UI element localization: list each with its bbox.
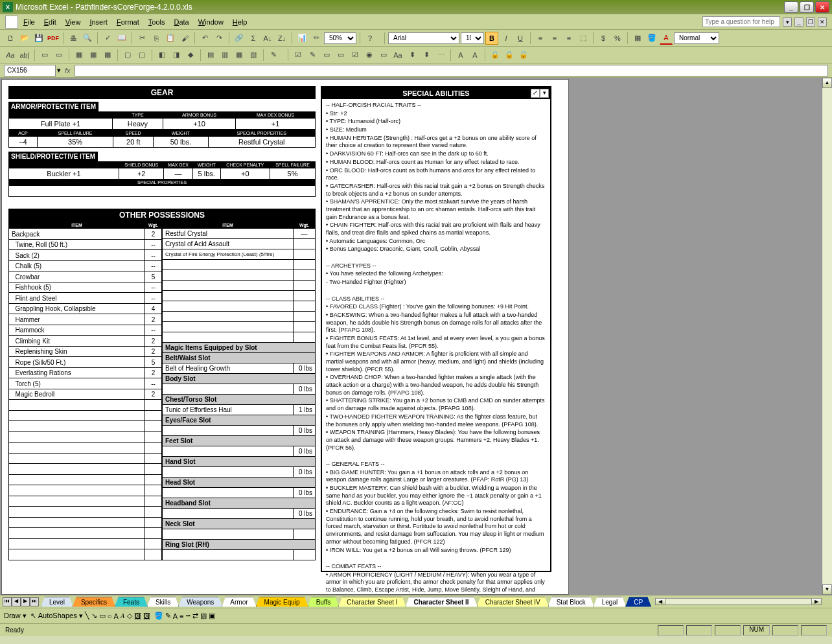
cb2-icon[interactable]: ☑: [349, 49, 362, 62]
percent-icon[interactable]: %: [611, 32, 624, 45]
radio-icon[interactable]: ◉: [363, 49, 376, 62]
grid2-icon[interactable]: ▦: [87, 49, 100, 62]
arrowstyle-icon[interactable]: ⇄: [192, 612, 198, 620]
group-icon[interactable]: ▭: [377, 49, 390, 62]
research-icon[interactable]: 📖: [115, 32, 128, 45]
open-icon[interactable]: 📂: [18, 32, 31, 45]
sheet-tab-level[interactable]: Level: [41, 597, 73, 607]
name-box[interactable]: [4, 65, 56, 76]
window2-icon[interactable]: ▭: [52, 49, 65, 62]
label-icon[interactable]: Aa: [391, 49, 404, 62]
grid3-icon[interactable]: ▦: [101, 49, 114, 62]
abilities-ctrl-1[interactable]: ⤢: [531, 89, 540, 98]
spell-icon[interactable]: ✓: [101, 32, 114, 45]
spin-icon[interactable]: ⬍: [420, 49, 433, 62]
form2-icon[interactable]: ▢: [135, 49, 148, 62]
tab-prev-icon[interactable]: ◀: [12, 597, 21, 606]
merge-icon[interactable]: ⬚: [577, 32, 590, 45]
misc7-icon[interactable]: ▧: [247, 49, 260, 62]
misc6-icon[interactable]: ▦: [233, 49, 246, 62]
rect-icon[interactable]: ▭: [99, 612, 106, 620]
linecolor-icon[interactable]: ✎: [165, 612, 171, 620]
sheet-tab-character-sheet-i[interactable]: Character Sheet I: [338, 597, 406, 607]
horizontal-scrollbar[interactable]: ◀ ▶: [655, 598, 822, 605]
hyperlink-icon[interactable]: 🔗: [233, 32, 246, 45]
menu-format[interactable]: Format: [117, 18, 139, 26]
italic-button[interactable]: I: [500, 32, 513, 45]
chart-icon[interactable]: 📊: [295, 32, 308, 45]
misc5-icon[interactable]: ▥: [218, 49, 231, 62]
menu-window[interactable]: Window: [198, 18, 224, 26]
drawing-icon[interactable]: ✏: [310, 32, 323, 45]
abilities-ctrl-2[interactable]: ▾: [540, 89, 549, 98]
maximize-button[interactable]: ❐: [800, 1, 814, 13]
3d-icon[interactable]: ▣: [209, 612, 215, 620]
menu-edit[interactable]: Edit: [44, 18, 56, 26]
menu-data[interactable]: Data: [174, 18, 189, 26]
sheet-tab-weapons[interactable]: Weapons: [178, 597, 222, 607]
sheet-area[interactable]: GEAR ARMOR/PROTECTIVE ITEM TYPEARMOR BON…: [0, 78, 822, 595]
draw-menu[interactable]: Draw ▾: [4, 612, 27, 620]
save-icon[interactable]: 💾: [32, 32, 45, 45]
scroll-down-icon[interactable]: ▼: [822, 584, 832, 595]
dash-icon[interactable]: ┅: [186, 612, 191, 620]
sheet-tab-magic-equip[interactable]: Magic Equip: [256, 597, 308, 607]
undo-icon[interactable]: ↶: [198, 32, 211, 45]
lock-icon[interactable]: 🔒: [489, 49, 502, 62]
doc-close[interactable]: ✕: [818, 17, 827, 27]
redo-icon[interactable]: ↷: [213, 32, 225, 45]
sheet-tab-character-sheet-ii[interactable]: Character Sheet II: [406, 597, 478, 607]
sheet-tab-stat-block[interactable]: Stat Block: [548, 597, 594, 607]
align-right-icon[interactable]: ≡: [562, 32, 575, 45]
cut-icon[interactable]: ✂: [135, 32, 148, 45]
hscroll-left-icon[interactable]: ◀: [655, 598, 665, 605]
fontcolor-icon[interactable]: A: [173, 612, 178, 620]
menu-insert[interactable]: Insert: [89, 18, 108, 26]
borders-icon[interactable]: ▦: [631, 32, 644, 45]
misc2-icon[interactable]: ◨: [170, 49, 183, 62]
lock2-icon[interactable]: 🔒: [503, 49, 516, 62]
edit2-icon[interactable]: ✎: [306, 49, 319, 62]
picture-icon[interactable]: 🖼: [143, 612, 150, 620]
sheet-tab-feats[interactable]: Feats: [115, 597, 148, 607]
clipart-icon[interactable]: 🖼: [134, 612, 141, 620]
fillcolor-icon[interactable]: 🪣: [154, 612, 163, 620]
diagram-icon[interactable]: ◇: [127, 612, 132, 620]
lock3-icon[interactable]: 🔒: [517, 49, 530, 62]
sheet-tab-legal[interactable]: Legal: [594, 597, 626, 607]
align-left-icon[interactable]: ≡: [534, 32, 547, 45]
misc1-icon[interactable]: ◧: [156, 49, 168, 62]
txt-icon[interactable]: A: [454, 49, 467, 62]
oval-icon[interactable]: ○: [108, 612, 112, 620]
doc-restore[interactable]: ❐: [806, 17, 815, 27]
minimize-button[interactable]: _: [784, 1, 798, 13]
format-painter-icon[interactable]: 🖌: [178, 32, 191, 45]
style-select[interactable]: Normal: [674, 32, 719, 44]
arrow-icon[interactable]: ↘: [91, 612, 97, 620]
scroll-up-icon[interactable]: ▲: [822, 78, 832, 88]
txtbox-icon[interactable]: A: [468, 49, 481, 62]
textbox-icon[interactable]: A: [113, 612, 118, 620]
menu-help[interactable]: Help: [233, 18, 248, 26]
hscroll-right-icon[interactable]: ▶: [811, 598, 822, 605]
app-logo[interactable]: [5, 16, 18, 29]
print-icon[interactable]: 🖶: [67, 32, 80, 45]
help-icon[interactable]: ?: [364, 32, 376, 45]
sheet-tab-cp[interactable]: CP: [625, 597, 651, 607]
zoom-select[interactable]: 50%: [324, 32, 356, 44]
doc-minimize[interactable]: _: [794, 17, 803, 27]
grid1-icon[interactable]: ▦: [73, 49, 86, 62]
list-icon[interactable]: ▭: [334, 49, 347, 62]
close-button[interactable]: ✕: [815, 1, 829, 13]
form1-icon[interactable]: ▢: [121, 49, 134, 62]
menu-tools[interactable]: Tools: [148, 18, 165, 26]
menu-view[interactable]: View: [65, 18, 81, 26]
name-dropdown-icon[interactable]: ▾: [57, 66, 61, 75]
sheet-tab-specifics[interactable]: Specifics: [73, 597, 115, 607]
copy-icon[interactable]: ⎘: [150, 32, 163, 45]
sort-desc-icon[interactable]: Z↓: [275, 32, 288, 45]
pdf-button[interactable]: PDF: [47, 32, 60, 45]
wordart-icon[interactable]: 𝐴: [121, 612, 125, 620]
window1-icon[interactable]: ▭: [38, 49, 51, 62]
vertical-scrollbar[interactable]: ▲ ▼: [822, 78, 832, 595]
